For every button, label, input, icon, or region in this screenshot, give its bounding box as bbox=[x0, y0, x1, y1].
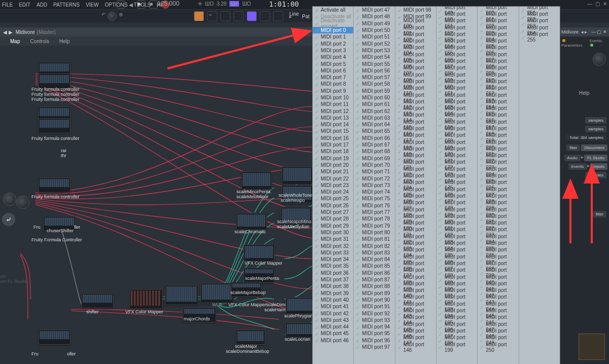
midi-menu-item[interactable]: ✓MIDI port 67 bbox=[354, 141, 394, 148]
chip-samples[interactable]: samples bbox=[585, 172, 606, 178]
midi-menu-item[interactable]: ✓MIDI port 255 bbox=[519, 33, 560, 40]
patch-node[interactable] bbox=[285, 322, 315, 338]
snap-4[interactable]: ШО bbox=[242, 1, 251, 7]
midi-menu-item[interactable]: ✓MIDI port 97 bbox=[354, 344, 394, 350]
patch-node[interactable] bbox=[286, 297, 315, 314]
midi-menu-item[interactable]: ✓MIDI port 2 bbox=[313, 40, 353, 47]
snap-1[interactable]: ШО bbox=[205, 1, 214, 7]
midi-menu-item[interactable]: ✓MIDI port 16 bbox=[313, 135, 353, 141]
midi-menu-item[interactable]: ✓MIDI port 250 bbox=[478, 344, 518, 350]
midi-menu-item[interactable]: ✓MIDI port 80 bbox=[354, 229, 394, 236]
midi-menu-item[interactable]: ✓MIDI port 45 bbox=[313, 330, 353, 337]
midi-menu-item[interactable]: ✓MIDI port 52 bbox=[354, 40, 394, 47]
midi-menu-item[interactable]: ✓MIDI port 15 bbox=[313, 128, 353, 134]
midi-menu-item[interactable]: ✓MIDI port 89 bbox=[354, 289, 394, 296]
midi-menu-item[interactable]: ✓MIDI port 10 bbox=[313, 94, 353, 101]
patch-node[interactable] bbox=[200, 283, 234, 303]
midi-menu-item[interactable]: ✓MIDI port 6 bbox=[313, 67, 353, 74]
midi-menu-item[interactable]: ✓MIDI port 14 bbox=[313, 121, 353, 128]
midi-menu-item[interactable]: ✓MIDI port 68 bbox=[354, 148, 394, 155]
midi-menu-item[interactable]: ✓MIDI port 78 bbox=[354, 215, 394, 222]
midi-menu-item[interactable]: ✓MIDI port 18 bbox=[313, 148, 353, 155]
chip-events[interactable]: Events bbox=[568, 163, 587, 170]
midi-menu-item[interactable]: ✓MIDI port 31 bbox=[313, 236, 353, 242]
midi-menu-item[interactable]: ✓MIDI port 27 bbox=[313, 209, 353, 215]
midi-menu-item[interactable]: ✓MIDI port 81 bbox=[354, 236, 394, 242]
tab-help[interactable]: Help bbox=[59, 39, 70, 44]
tab-events[interactable]: Events bbox=[589, 39, 601, 43]
midi-menu-item[interactable]: ✓MIDI port 1 bbox=[313, 33, 353, 40]
menu-view[interactable]: VIEW bbox=[86, 2, 99, 8]
chip-flstudio[interactable]: FL Studio bbox=[584, 155, 607, 161]
tab-map[interactable]: Map bbox=[10, 39, 20, 44]
pattern-selector[interactable]: Pat bbox=[302, 14, 310, 19]
midi-menu-item[interactable]: ✓MIDI port 56 bbox=[354, 67, 394, 74]
menu-add[interactable]: ADD bbox=[37, 2, 47, 8]
midi-menu-item[interactable]: ✓MIDI port 40 bbox=[313, 297, 353, 303]
midi-menu-item[interactable]: ✓MIDI port 75 bbox=[354, 195, 394, 202]
midi-menu-item[interactable]: ✓MIDI port 17 bbox=[313, 141, 353, 148]
right-panel-nav[interactable]: ◂ ▸ — ▢ ✕ bbox=[581, 29, 607, 34]
midi-menu-item[interactable]: ✓MIDI port 84 bbox=[354, 256, 394, 263]
midi-menu-item[interactable]: ✓MIDI port 83 bbox=[354, 249, 394, 256]
minimize-icon[interactable]: — bbox=[587, 1, 592, 7]
midi-port-menu[interactable]: ✓Activate all✓Deactivate all✓Deactivate … bbox=[312, 6, 560, 364]
patch-node[interactable] bbox=[241, 171, 272, 190]
tool-link[interactable] bbox=[247, 11, 257, 21]
midi-menu-item[interactable]: ✓MIDI port 70 bbox=[354, 162, 394, 168]
tool-arrow[interactable]: → bbox=[207, 11, 217, 21]
midi-menu-item[interactable]: ✓Deactivate unused bbox=[313, 20, 353, 27]
snap-3[interactable]: Ш+ bbox=[229, 1, 239, 7]
midi-menu-item[interactable]: ✓MIDI port 21 bbox=[313, 168, 353, 175]
midi-menu-item[interactable]: ✓MIDI port 73 bbox=[354, 182, 394, 189]
patch-node[interactable] bbox=[38, 177, 71, 193]
knob-control[interactable] bbox=[16, 196, 29, 209]
midi-menu-item[interactable]: ✓MIDI port 24 bbox=[313, 189, 353, 195]
midi-menu-item[interactable]: ✓MIDI port 65 bbox=[354, 128, 394, 134]
midi-menu-item[interactable]: ✓MIDI port 12 bbox=[313, 107, 353, 114]
midi-menu-item[interactable]: ✓MIDI port 49 bbox=[354, 20, 394, 27]
midi-menu-item[interactable]: ✓MIDI port 86 bbox=[354, 270, 394, 276]
midi-menu-item[interactable]: ✓MIDI port 7 bbox=[313, 74, 353, 81]
midi-menu-item[interactable]: ✓MIDI port 60 bbox=[354, 94, 394, 101]
midi-menu-item[interactable]: ✓MIDI port 90 bbox=[354, 297, 394, 303]
tool-paint[interactable] bbox=[220, 11, 230, 21]
metronome-icon[interactable]: ✛ bbox=[198, 1, 202, 7]
midi-menu-item[interactable]: ✓MIDI port 23 bbox=[313, 182, 353, 189]
chip-samples[interactable]: samples bbox=[585, 117, 606, 124]
knob-control[interactable] bbox=[3, 193, 16, 206]
patch-node[interactable] bbox=[236, 213, 267, 230]
midi-menu-item[interactable]: ✓MIDI port 95 bbox=[354, 330, 394, 337]
midi-menu-item[interactable]: ✓MIDI port 88 bbox=[354, 283, 394, 289]
midi-menu-item[interactable]: ✓MIDI port 4 bbox=[313, 54, 353, 60]
close-icon[interactable]: ✕ bbox=[603, 1, 607, 7]
midi-menu-item[interactable]: ✓MIDI port 47 bbox=[354, 7, 394, 13]
midi-menu-item[interactable]: ✓MIDI port 3 bbox=[313, 47, 353, 54]
midi-menu-item[interactable]: ✓MIDI port 39 bbox=[313, 289, 353, 296]
midi-menu-item[interactable]: ✓MIDI port 66 bbox=[354, 135, 394, 141]
midi-menu-item[interactable]: ✓MIDI port 53 bbox=[354, 47, 394, 54]
midi-menu-item[interactable]: ✓MIDI port 42 bbox=[313, 310, 353, 316]
midi-menu-item[interactable]: ✓MIDI port 43 bbox=[313, 317, 353, 323]
midi-menu-item[interactable]: ✓MIDI port 20 bbox=[313, 162, 353, 168]
midi-menu-item[interactable]: ✓MIDI port 22 bbox=[313, 175, 353, 181]
midi-menu-item[interactable]: ✓MIDI port 46 bbox=[313, 337, 353, 344]
midi-menu-item[interactable]: ✓MIDI port 57 bbox=[354, 74, 394, 81]
tab-controls[interactable]: Controls bbox=[30, 39, 49, 44]
midi-menu-item[interactable]: ✓MIDI port 69 bbox=[354, 155, 394, 162]
midi-menu-item[interactable]: ✓MIDI port 79 bbox=[354, 223, 394, 229]
midi-menu-item[interactable]: ✓MIDI port 93 bbox=[354, 317, 394, 323]
tab-parameters[interactable]: Parameters bbox=[561, 43, 582, 48]
midi-menu-item[interactable]: ✓MIDI port 76 bbox=[354, 202, 394, 209]
midi-menu-item[interactable]: ✓MIDI port 72 bbox=[354, 175, 394, 181]
midi-menu-item[interactable]: ✓MIDI port 48 bbox=[354, 13, 394, 20]
midi-menu-item[interactable]: ✓MIDI port 98 bbox=[395, 7, 436, 13]
midi-menu-item[interactable]: ✓MIDI port 61 bbox=[354, 101, 394, 107]
tool-view-playlist[interactable] bbox=[194, 11, 204, 21]
midi-menu-item[interactable]: ✓MIDI port 11 bbox=[313, 101, 353, 107]
patch-node[interactable] bbox=[129, 289, 163, 309]
wave-icon[interactable]: ⊕ bbox=[119, 12, 123, 21]
midi-menu-item[interactable]: ✓MIDI port 92 bbox=[354, 310, 394, 316]
midi-menu-item[interactable]: ✓MIDI port 77 bbox=[354, 209, 394, 215]
midi-menu-item[interactable]: ✓MIDI port 64 bbox=[354, 121, 394, 128]
